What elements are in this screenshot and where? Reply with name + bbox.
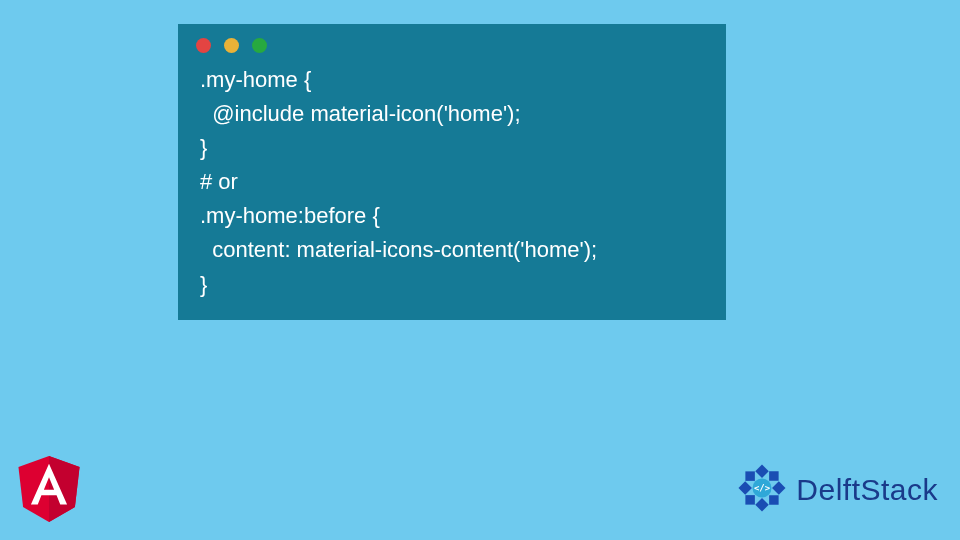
code-line: content: material-icons-content('home'); bbox=[200, 237, 597, 262]
code-line: .my-home:before { bbox=[200, 203, 380, 228]
code-block: .my-home { @include material-icon('home'… bbox=[178, 63, 726, 302]
svg-marker-5 bbox=[772, 481, 785, 494]
svg-marker-2 bbox=[756, 464, 769, 477]
svg-marker-4 bbox=[739, 481, 752, 494]
code-line: @include material-icon('home'); bbox=[200, 101, 521, 126]
code-window: .my-home { @include material-icon('home'… bbox=[178, 24, 726, 320]
delftstack-brand: </> DelftStack bbox=[734, 460, 938, 520]
code-line: # or bbox=[200, 169, 238, 194]
svg-marker-1 bbox=[49, 456, 80, 522]
angular-logo-icon bbox=[18, 456, 80, 526]
code-line: .my-home { bbox=[200, 67, 311, 92]
minimize-icon bbox=[224, 38, 239, 53]
maximize-icon bbox=[252, 38, 267, 53]
delftstack-name: DelftStack bbox=[796, 473, 938, 507]
window-traffic-lights bbox=[178, 24, 726, 63]
code-line: } bbox=[200, 135, 207, 160]
code-line: } bbox=[200, 272, 207, 297]
delftstack-logo-icon: </> bbox=[734, 460, 790, 520]
svg-marker-3 bbox=[756, 498, 769, 511]
close-icon bbox=[196, 38, 211, 53]
svg-text:</>: </> bbox=[754, 483, 770, 493]
